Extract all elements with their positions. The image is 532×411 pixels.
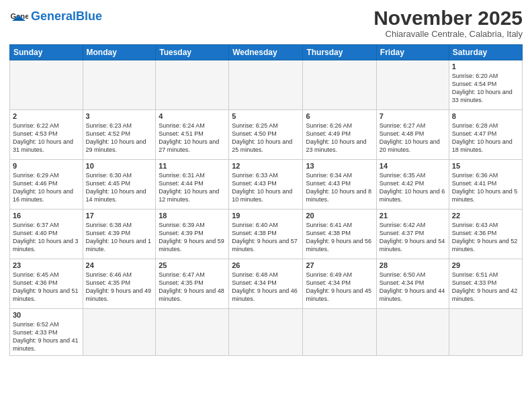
table-row: 15Sunrise: 6:36 AM Sunset: 4:41 PM Dayli… <box>449 160 522 210</box>
table-row <box>83 60 156 110</box>
day-info: Sunrise: 6:20 AM Sunset: 4:54 PM Dayligh… <box>452 72 519 105</box>
header: General GeneralBlue November 2025 Chiara… <box>9 7 523 39</box>
day-info: Sunrise: 6:48 AM Sunset: 4:34 PM Dayligh… <box>232 271 300 304</box>
weekday-header-row: Sunday Monday Tuesday Wednesday Thursday… <box>10 45 523 60</box>
day-number: 20 <box>306 212 373 220</box>
day-number: 9 <box>13 162 80 170</box>
day-info: Sunrise: 6:29 AM Sunset: 4:46 PM Dayligh… <box>13 171 80 204</box>
table-row: 26Sunrise: 6:48 AM Sunset: 4:34 PM Dayli… <box>229 259 303 309</box>
table-row: 30Sunrise: 6:52 AM Sunset: 4:33 PM Dayli… <box>10 309 83 356</box>
table-row: 3Sunrise: 6:23 AM Sunset: 4:52 PM Daylig… <box>83 110 156 160</box>
day-number: 25 <box>159 261 226 269</box>
day-info: Sunrise: 6:42 AM Sunset: 4:37 PM Dayligh… <box>380 221 446 254</box>
day-number: 17 <box>86 212 153 220</box>
header-friday: Friday <box>376 45 449 60</box>
day-info: Sunrise: 6:30 AM Sunset: 4:45 PM Dayligh… <box>86 171 153 204</box>
table-row: 9Sunrise: 6:29 AM Sunset: 4:46 PM Daylig… <box>10 160 83 210</box>
table-row <box>229 60 303 110</box>
table-row <box>156 309 229 356</box>
day-number: 6 <box>306 112 373 120</box>
day-number: 18 <box>159 212 226 220</box>
day-number: 15 <box>452 162 519 170</box>
header-saturday: Saturday <box>449 45 522 60</box>
table-row: 23Sunrise: 6:45 AM Sunset: 4:36 PM Dayli… <box>10 259 83 309</box>
day-info: Sunrise: 6:47 AM Sunset: 4:35 PM Dayligh… <box>159 271 226 304</box>
day-info: Sunrise: 6:27 AM Sunset: 4:48 PM Dayligh… <box>380 122 446 154</box>
table-row: 28Sunrise: 6:50 AM Sunset: 4:34 PM Dayli… <box>376 259 449 309</box>
table-row: 2Sunrise: 6:22 AM Sunset: 4:53 PM Daylig… <box>10 110 83 160</box>
day-number: 5 <box>232 112 300 120</box>
table-row: 27Sunrise: 6:49 AM Sunset: 4:34 PM Dayli… <box>303 259 376 309</box>
day-number: 14 <box>380 162 446 170</box>
day-info: Sunrise: 6:38 AM Sunset: 4:39 PM Dayligh… <box>86 221 153 254</box>
day-number: 30 <box>13 311 80 319</box>
day-info: Sunrise: 6:46 AM Sunset: 4:35 PM Dayligh… <box>86 271 153 304</box>
day-number: 7 <box>380 112 446 120</box>
logo-icon: General <box>9 7 28 26</box>
table-row: 1Sunrise: 6:20 AM Sunset: 4:54 PM Daylig… <box>449 60 522 110</box>
page: General GeneralBlue November 2025 Chiara… <box>0 0 532 411</box>
day-info: Sunrise: 6:49 AM Sunset: 4:34 PM Dayligh… <box>306 271 373 304</box>
calendar: Sunday Monday Tuesday Wednesday Thursday… <box>9 44 523 356</box>
day-number: 24 <box>86 261 153 269</box>
table-row: 19Sunrise: 6:40 AM Sunset: 4:38 PM Dayli… <box>229 210 303 259</box>
table-row: 5Sunrise: 6:25 AM Sunset: 4:50 PM Daylig… <box>229 110 303 160</box>
day-info: Sunrise: 6:25 AM Sunset: 4:50 PM Dayligh… <box>232 122 300 154</box>
table-row: 8Sunrise: 6:28 AM Sunset: 4:47 PM Daylig… <box>449 110 522 160</box>
day-number: 13 <box>306 162 373 170</box>
header-tuesday: Tuesday <box>156 45 229 60</box>
day-info: Sunrise: 6:28 AM Sunset: 4:47 PM Dayligh… <box>452 122 519 154</box>
day-info: Sunrise: 6:22 AM Sunset: 4:53 PM Dayligh… <box>13 122 80 154</box>
title-block: November 2025 Chiaravalle Centrale, Cala… <box>373 7 523 39</box>
table-row: 4Sunrise: 6:24 AM Sunset: 4:51 PM Daylig… <box>156 110 229 160</box>
table-row <box>10 60 83 110</box>
table-row: 29Sunrise: 6:51 AM Sunset: 4:33 PM Dayli… <box>449 259 522 309</box>
table-row <box>376 309 449 356</box>
table-row: 18Sunrise: 6:39 AM Sunset: 4:39 PM Dayli… <box>156 210 229 259</box>
day-number: 22 <box>452 212 519 220</box>
logo-text: GeneralBlue <box>31 10 102 22</box>
table-row <box>303 60 376 110</box>
day-info: Sunrise: 6:34 AM Sunset: 4:43 PM Dayligh… <box>306 171 373 204</box>
table-row: 7Sunrise: 6:27 AM Sunset: 4:48 PM Daylig… <box>376 110 449 160</box>
table-row: 14Sunrise: 6:35 AM Sunset: 4:42 PM Dayli… <box>376 160 449 210</box>
day-number: 2 <box>13 112 80 120</box>
table-row: 10Sunrise: 6:30 AM Sunset: 4:45 PM Dayli… <box>83 160 156 210</box>
logo-blue: Blue <box>76 9 102 23</box>
table-row: 12Sunrise: 6:33 AM Sunset: 4:43 PM Dayli… <box>229 160 303 210</box>
table-row: 16Sunrise: 6:37 AM Sunset: 4:40 PM Dayli… <box>10 210 83 259</box>
day-number: 11 <box>159 162 226 170</box>
day-info: Sunrise: 6:41 AM Sunset: 4:38 PM Dayligh… <box>306 221 373 254</box>
day-number: 1 <box>452 62 519 71</box>
day-number: 12 <box>232 162 300 170</box>
day-number: 3 <box>86 112 153 120</box>
table-row: 25Sunrise: 6:47 AM Sunset: 4:35 PM Dayli… <box>156 259 229 309</box>
day-number: 26 <box>232 261 300 269</box>
day-number: 8 <box>452 112 519 120</box>
day-info: Sunrise: 6:35 AM Sunset: 4:42 PM Dayligh… <box>380 171 446 204</box>
month-title: November 2025 <box>373 7 523 29</box>
table-row: 17Sunrise: 6:38 AM Sunset: 4:39 PM Dayli… <box>83 210 156 259</box>
header-thursday: Thursday <box>303 45 376 60</box>
day-info: Sunrise: 6:23 AM Sunset: 4:52 PM Dayligh… <box>86 122 153 154</box>
table-row: 24Sunrise: 6:46 AM Sunset: 4:35 PM Dayli… <box>83 259 156 309</box>
table-row <box>229 309 303 356</box>
table-row: 11Sunrise: 6:31 AM Sunset: 4:44 PM Dayli… <box>156 160 229 210</box>
table-row <box>376 60 449 110</box>
header-sunday: Sunday <box>10 45 83 60</box>
day-info: Sunrise: 6:36 AM Sunset: 4:41 PM Dayligh… <box>452 171 519 204</box>
day-number: 28 <box>380 261 446 269</box>
table-row: 6Sunrise: 6:26 AM Sunset: 4:49 PM Daylig… <box>303 110 376 160</box>
header-wednesday: Wednesday <box>229 45 303 60</box>
table-row: 22Sunrise: 6:43 AM Sunset: 4:36 PM Dayli… <box>449 210 522 259</box>
day-info: Sunrise: 6:31 AM Sunset: 4:44 PM Dayligh… <box>159 171 226 204</box>
table-row <box>83 309 156 356</box>
day-info: Sunrise: 6:37 AM Sunset: 4:40 PM Dayligh… <box>13 221 80 254</box>
day-number: 29 <box>452 261 519 269</box>
day-number: 16 <box>13 212 80 220</box>
table-row: 21Sunrise: 6:42 AM Sunset: 4:37 PM Dayli… <box>376 210 449 259</box>
day-info: Sunrise: 6:24 AM Sunset: 4:51 PM Dayligh… <box>159 122 226 154</box>
table-row <box>156 60 229 110</box>
day-number: 21 <box>380 212 446 220</box>
day-info: Sunrise: 6:51 AM Sunset: 4:33 PM Dayligh… <box>452 271 519 304</box>
